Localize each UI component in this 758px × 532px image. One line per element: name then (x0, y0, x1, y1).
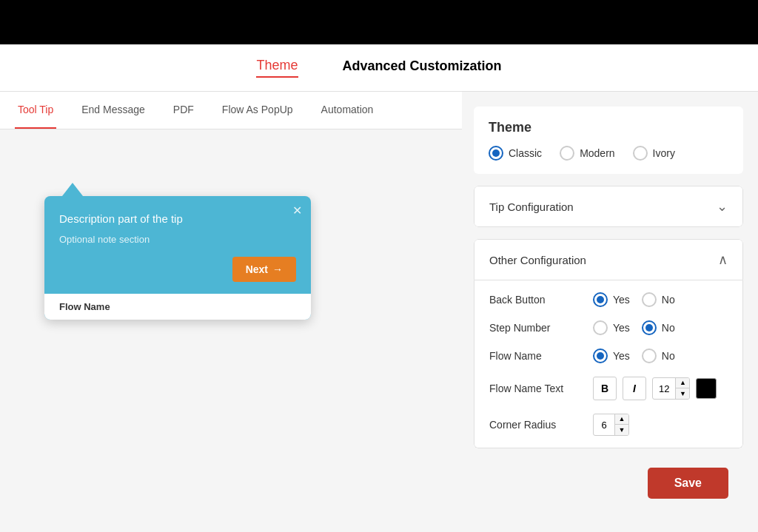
other-config-section: Other Configuration ∧ Back Button Yes (474, 239, 743, 448)
back-button-radios: Yes No (593, 292, 675, 307)
step-number-no-radio[interactable] (642, 320, 657, 335)
back-button-yes-radio[interactable] (593, 292, 608, 307)
back-button-no-radio[interactable] (642, 292, 657, 307)
flow-name-yes-option[interactable]: Yes (593, 349, 630, 363)
font-size-wrapper: 12 ▲ ▼ (652, 377, 690, 400)
back-button-yes-option[interactable]: Yes (593, 292, 630, 307)
flow-name-no-label: No (662, 350, 675, 362)
theme-classic-option[interactable]: Classic (489, 146, 542, 161)
back-button-label: Back Button (489, 294, 586, 306)
theme-ivory-label: Ivory (653, 147, 675, 159)
flow-name-yes-label: Yes (613, 350, 630, 362)
tooltip-arrow (62, 183, 83, 196)
flow-name-yes-radio[interactable] (593, 349, 608, 363)
flow-name-no-radio[interactable] (642, 349, 657, 363)
step-number-row: Step Number Yes No (489, 320, 728, 335)
flow-name-config-label: Flow Name (489, 350, 586, 362)
flow-name-text-label: Flow Name Text (489, 383, 586, 394)
flow-name-text-row: Flow Name Text B I 12 ▲ ▼ (489, 377, 728, 400)
theme-ivory-radio[interactable] (633, 146, 648, 161)
other-config-content: Back Button Yes No (474, 280, 743, 448)
corner-radius-up-button[interactable]: ▲ (615, 414, 628, 425)
font-size-down-button[interactable]: ▼ (676, 388, 689, 399)
content-area: Tool Tip End Message PDF Flow As PopUp A… (0, 92, 758, 532)
save-bar: Save (474, 460, 743, 506)
nav-theme[interactable]: Theme (256, 58, 298, 78)
corner-radius-label: Corner Radius (489, 419, 586, 431)
tab-tooltip[interactable]: Tool Tip (15, 92, 56, 129)
theme-classic-label: Classic (509, 147, 542, 159)
flow-name-radios: Yes No (593, 349, 675, 363)
close-icon[interactable]: ✕ (292, 203, 302, 218)
back-button-yes-label: Yes (613, 294, 630, 306)
arrow-right-icon: → (272, 263, 283, 275)
corner-radius-wrapper: 6 ▲ ▼ (593, 414, 629, 436)
step-number-yes-option[interactable]: Yes (593, 320, 630, 335)
nav-advanced[interactable]: Advanced Customization (343, 58, 502, 77)
left-panel: Tool Tip End Message PDF Flow As PopUp A… (0, 92, 462, 532)
right-panel: Theme Classic Modern Ivory (462, 92, 758, 532)
tip-config-title: Tip Configuration (489, 201, 574, 213)
other-config-title: Other Configuration (489, 254, 586, 266)
other-config-header[interactable]: Other Configuration ∧ (474, 239, 743, 280)
corner-radius-value: 6 (594, 417, 614, 434)
tab-bar: Tool Tip End Message PDF Flow As PopUp A… (0, 92, 462, 129)
step-number-no-option[interactable]: No (642, 320, 675, 335)
italic-button[interactable]: I (623, 377, 646, 400)
font-size-value: 12 (653, 380, 675, 397)
tab-pdf[interactable]: PDF (170, 92, 197, 129)
theme-title: Theme (489, 120, 728, 135)
theme-modern-option[interactable]: Modern (560, 146, 614, 161)
theme-options: Classic Modern Ivory (489, 146, 728, 161)
tab-flow-popup[interactable]: Flow As PopUp (219, 92, 296, 129)
tooltip-body: ✕ Description part of the tip Optional n… (44, 196, 311, 294)
back-button-no-option[interactable]: No (642, 292, 675, 307)
step-number-radios: Yes No (593, 320, 675, 335)
flow-name-row: Flow Name Yes No (489, 349, 728, 363)
theme-modern-radio[interactable] (560, 146, 574, 161)
color-swatch[interactable] (696, 378, 717, 399)
next-button[interactable]: Next → (232, 257, 296, 282)
step-number-yes-label: Yes (613, 322, 630, 334)
corner-radius-down-button[interactable]: ▼ (615, 425, 628, 435)
corner-radius-spinners: ▲ ▼ (614, 414, 628, 435)
tooltip-note: Optional note section (59, 234, 296, 245)
theme-section: Theme Classic Modern Ivory (474, 107, 743, 174)
flow-name-controls: B I 12 ▲ ▼ (593, 377, 717, 400)
tip-config-section: Tip Configuration ⌄ (474, 186, 743, 227)
tip-config-chevron-down-icon: ⌄ (717, 198, 728, 215)
font-size-spinners: ▲ ▼ (675, 378, 689, 399)
step-number-no-label: No (662, 322, 675, 334)
back-button-row: Back Button Yes No (489, 292, 728, 307)
other-config-chevron-up-icon: ∧ (718, 252, 728, 268)
bold-button[interactable]: B (593, 377, 617, 400)
tooltip-preview: ✕ Description part of the tip Optional n… (44, 196, 311, 320)
tooltip-footer: Flow Name (44, 294, 311, 320)
top-nav: Theme Advanced Customization (0, 44, 758, 92)
theme-ivory-option[interactable]: Ivory (633, 146, 675, 161)
step-number-label: Step Number (489, 322, 586, 334)
corner-radius-row: Corner Radius 6 ▲ ▼ (489, 414, 728, 436)
flow-name-no-option[interactable]: No (642, 349, 675, 363)
tab-automation[interactable]: Automation (318, 92, 377, 129)
preview-area: ✕ Description part of the tip Optional n… (0, 129, 462, 532)
tip-config-header[interactable]: Tip Configuration ⌄ (474, 186, 743, 227)
save-button[interactable]: Save (648, 468, 728, 499)
flow-name-label: Flow Name (59, 301, 110, 312)
font-size-up-button[interactable]: ▲ (676, 378, 689, 388)
theme-modern-label: Modern (580, 147, 614, 159)
tooltip-description: Description part of the tip (59, 211, 296, 226)
theme-classic-radio[interactable] (489, 146, 503, 161)
back-button-no-label: No (662, 294, 675, 306)
tab-end-message[interactable]: End Message (78, 92, 148, 129)
step-number-yes-radio[interactable] (593, 320, 608, 335)
